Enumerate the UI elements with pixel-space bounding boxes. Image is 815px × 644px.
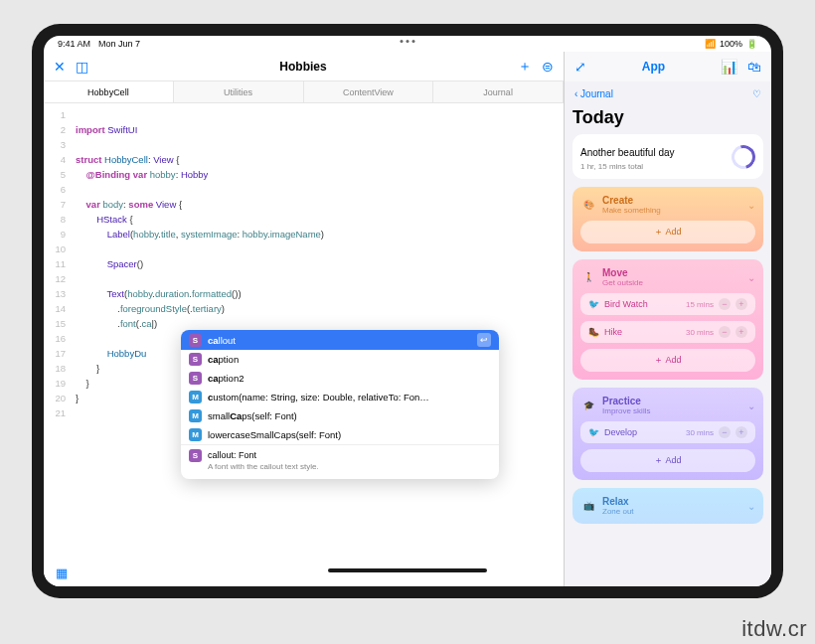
app-title: App — [596, 60, 711, 74]
plus-button[interactable]: + — [735, 326, 747, 338]
hobby-label: Bird Watch — [604, 299, 648, 309]
autocomplete-item[interactable]: MsmallCaps(self: Font) — [181, 406, 499, 425]
chevron-down-icon: ⌄ — [747, 501, 755, 512]
sidebar-toggle-icon[interactable]: ◫ — [76, 59, 88, 75]
duration-label: 30 mins — [686, 328, 714, 337]
hobby-icon: 🥾 — [588, 327, 599, 337]
chart-icon[interactable]: 📊 — [721, 59, 737, 75]
tab-hobbycell[interactable]: HobbyCell — [44, 81, 174, 102]
section-header[interactable]: 🎓PracticeImprove skills⌄ — [580, 396, 755, 415]
add-hobby-button[interactable]: ＋ Add — [580, 449, 755, 472]
add-button[interactable]: ＋ — [518, 58, 532, 76]
plus-button[interactable]: + — [735, 426, 747, 438]
chevron-down-icon: ⌄ — [747, 401, 755, 411]
code-editor[interactable]: 123456789101112131415161718192021 import… — [44, 103, 564, 586]
watermark: itdw.cr — [741, 616, 807, 642]
file-tabs: HobbyCellUtilitiesContentViewJournal — [44, 81, 564, 103]
status-bar: 9:41 AM Mon Jun 7 📶 100% 🔋 — [44, 36, 771, 52]
back-button[interactable]: ‹ Journal — [574, 88, 613, 99]
ipad-frame: 9:41 AM Mon Jun 7 📶 100% 🔋 ✕ ◫ Hobbies ＋… — [32, 24, 783, 598]
line-gutter: 123456789101112131415161718192021 — [44, 103, 72, 586]
minus-button[interactable]: − — [719, 298, 731, 310]
left-toolbar: ✕ ◫ Hobbies ＋ ⊜ — [44, 52, 564, 81]
hobby-row[interactable]: 🐦Bird Watch15 mins−+ — [580, 293, 755, 315]
duration-label: 30 mins — [686, 428, 714, 437]
battery-icon: 🔋 — [746, 39, 757, 49]
section-move: 🚶MoveGet outside⌄🐦Bird Watch15 mins−+🥾Hi… — [572, 259, 763, 380]
add-hobby-button[interactable]: ＋ Add — [580, 221, 755, 243]
duration-label: 15 mins — [686, 300, 714, 309]
add-hobby-button[interactable]: ＋ Add — [580, 349, 755, 372]
hobby-icon: 🐦 — [588, 299, 599, 309]
chevron-down-icon: ⌄ — [747, 272, 755, 283]
companion-app: ⤢ App 📊 🛍 ‹ Journal ♡ Today 1 hr, 15 min… — [565, 52, 771, 586]
wifi-icon: 📶 — [705, 39, 716, 49]
section-header[interactable]: 📺RelaxZone out⌄ — [580, 496, 755, 516]
favorite-icon[interactable]: ♡ — [752, 88, 761, 99]
battery-label: 100% — [720, 39, 742, 49]
move-icon: 🚶 — [580, 269, 596, 285]
preview-icon[interactable]: ▦ — [56, 565, 68, 580]
autocomplete-item[interactable]: Scaption — [181, 350, 499, 369]
expand-icon[interactable]: ⤢ — [574, 59, 586, 75]
project-title: Hobbies — [98, 60, 508, 74]
total-time: 1 hr, 15 mins total — [580, 162, 726, 171]
multitask-icon[interactable] — [401, 40, 415, 43]
more-button[interactable]: ⊜ — [542, 59, 554, 75]
progress-ring — [728, 140, 760, 173]
plus-button[interactable]: + — [735, 298, 747, 310]
section-header[interactable]: 🎨CreateMake something⌄ — [580, 195, 755, 215]
hobby-label: Develop — [604, 427, 637, 437]
nav-bar: ‹ Journal ♡ — [565, 81, 771, 105]
create-icon: 🎨 — [580, 197, 596, 213]
section-create: 🎨CreateMake something⌄＋ Add — [572, 187, 763, 251]
home-indicator[interactable] — [328, 568, 487, 572]
right-toolbar: ⤢ App 📊 🛍 — [565, 52, 771, 81]
tab-journal[interactable]: Journal — [433, 81, 564, 102]
section-practice: 🎓PracticeImprove skills⌄🐦Develop30 mins−… — [572, 388, 763, 480]
section-header[interactable]: 🚶MoveGet outside⌄ — [580, 267, 755, 287]
relax-icon: 📺 — [580, 498, 596, 514]
screen: 9:41 AM Mon Jun 7 📶 100% 🔋 ✕ ◫ Hobbies ＋… — [44, 36, 771, 586]
autocomplete-popup[interactable]: Scallout↩ScaptionScaption2Mcustom(name: … — [181, 330, 499, 479]
status-time: 9:41 AM — [58, 39, 90, 49]
chevron-down-icon: ⌄ — [747, 200, 755, 211]
minus-button[interactable]: − — [719, 426, 731, 438]
autocomplete-item[interactable]: Scallout↩ — [181, 330, 499, 350]
autocomplete-item[interactable]: Scaption2 — [181, 369, 499, 388]
tab-utilities[interactable]: Utilities — [174, 81, 304, 102]
journal-content[interactable]: Today 1 hr, 15 mins total 🎨CreateMake so… — [565, 105, 771, 586]
page-heading: Today — [572, 107, 763, 128]
status-date: Mon Jun 7 — [98, 39, 140, 49]
section-relax: 📺RelaxZone out⌄ — [572, 488, 763, 524]
today-summary-card[interactable]: 1 hr, 15 mins total — [572, 134, 763, 179]
minus-button[interactable]: − — [719, 326, 731, 338]
entry-input[interactable] — [580, 147, 726, 158]
autocomplete-item[interactable]: MlowercaseSmallCaps(self: Font) — [181, 425, 499, 444]
practice-icon: 🎓 — [580, 398, 596, 413]
autocomplete-item[interactable]: Mcustom(name: String, size: Double, rela… — [181, 388, 499, 406]
hobby-icon: 🐦 — [588, 427, 599, 437]
tab-contentview[interactable]: ContentView — [304, 81, 434, 102]
hobby-row[interactable]: 🥾Hike30 mins−+ — [580, 321, 755, 343]
return-icon[interactable]: ↩ — [477, 333, 491, 347]
hobby-label: Hike — [604, 327, 622, 337]
swift-playgrounds-app: ✕ ◫ Hobbies ＋ ⊜ HobbyCellUtilitiesConten… — [44, 52, 565, 586]
bag-icon[interactable]: 🛍 — [747, 59, 761, 75]
close-button[interactable]: ✕ — [54, 59, 66, 75]
hobby-row[interactable]: 🐦Develop30 mins−+ — [580, 421, 755, 443]
